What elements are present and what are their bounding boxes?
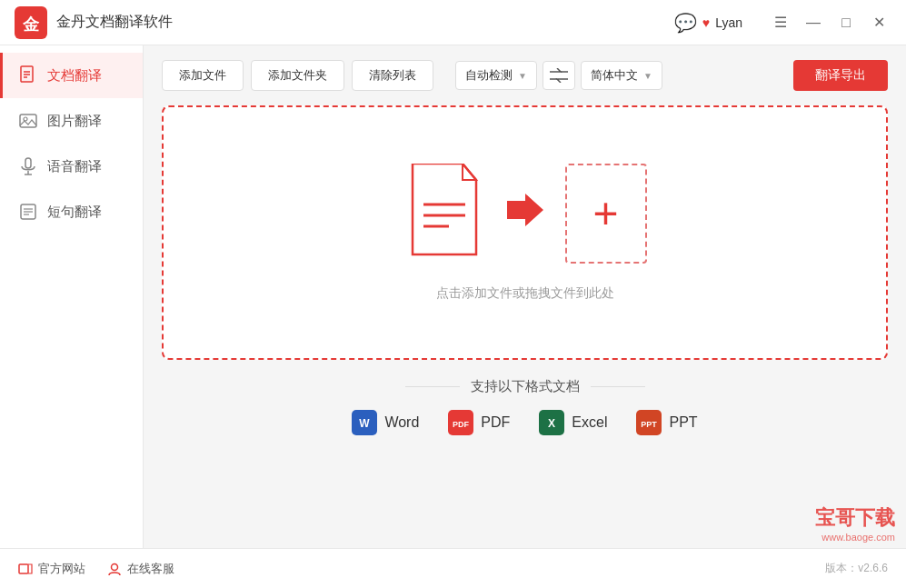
formats-line-right — [591, 386, 645, 387]
username: Lyan — [715, 15, 742, 30]
format-pdf: PDF PDF — [448, 410, 510, 435]
main-layout: 文档翻译 图片翻译 语音翻译 — [0, 45, 906, 548]
plus-box[interactable]: + — [565, 164, 647, 264]
ppt-badge: PPT — [636, 410, 662, 435]
drop-hint: 点击添加文件或拖拽文件到此处 — [436, 285, 614, 302]
sidebar-label-img: 图片翻译 — [47, 113, 102, 130]
sidebar-item-doc[interactable]: 文档翻译 — [0, 53, 143, 98]
sidebar-label-doc: 文档翻译 — [47, 67, 102, 85]
heart-icon: ♥ — [702, 15, 710, 30]
app-title: 金丹文档翻译软件 — [56, 13, 173, 32]
svg-text:PDF: PDF — [453, 420, 469, 429]
formats-line-left — [405, 386, 460, 387]
excel-badge: X — [539, 410, 564, 435]
translate-button[interactable]: 翻译导出 — [793, 60, 888, 91]
svg-text:金: 金 — [22, 15, 40, 34]
svg-text:PPT: PPT — [642, 420, 658, 429]
minimize-button[interactable]: — — [801, 10, 826, 35]
clear-list-button[interactable]: 清除列表 — [352, 60, 433, 91]
window-controls: ☰ — □ ✕ — [768, 10, 891, 35]
sidebar-label-short: 短句翻译 — [47, 204, 102, 221]
svg-marker-23 — [514, 195, 542, 224]
maximize-button[interactable]: □ — [833, 10, 859, 35]
online-service-label: 在线客服 — [127, 561, 174, 577]
img-icon — [18, 111, 38, 131]
official-site-link[interactable]: 官方网站 — [18, 561, 85, 577]
forward-arrow-icon — [507, 194, 543, 234]
drop-zone[interactable]: + 点击添加文件或拖拽文件到此处 — [162, 105, 888, 360]
format-word: W Word — [352, 410, 419, 435]
pdf-badge: PDF — [448, 410, 473, 435]
official-site-icon — [18, 562, 33, 576]
sidebar-item-voice[interactable]: 语音翻译 — [0, 144, 143, 189]
target-lang-label: 简体中文 — [591, 67, 638, 84]
file-icon — [403, 164, 485, 264]
watermark-sub: www.baoge.com — [815, 532, 895, 543]
target-lang-arrow: ▼ — [643, 71, 652, 81]
short-icon — [18, 202, 38, 222]
format-excel: X Excel — [539, 410, 607, 435]
version-text: 版本：v2.6.6 — [825, 561, 888, 576]
svg-text:W: W — [360, 417, 371, 430]
svg-rect-8 — [25, 158, 31, 168]
sidebar-item-img[interactable]: 图片翻译 — [0, 98, 143, 144]
sidebar: 文档翻译 图片翻译 语音翻译 — [0, 45, 144, 548]
wechat-icon: 💬 — [674, 12, 697, 34]
svg-marker-17 — [413, 164, 476, 254]
plus-icon: + — [592, 192, 618, 235]
target-lang-select[interactable]: 简体中文 ▼ — [581, 61, 662, 90]
active-indicator — [0, 53, 3, 98]
content-area: 添加文件 添加文件夹 清除列表 自动检测 ▼ 简体中文 — [144, 45, 906, 548]
add-folder-button[interactable]: 添加文件夹 — [251, 60, 344, 91]
user-info: 💬 ♥ Lyan — [674, 12, 742, 34]
excel-label: Excel — [572, 414, 607, 431]
doc-icon — [18, 65, 38, 85]
title-bar: 金 金丹文档翻译软件 💬 ♥ Lyan ☰ — □ ✕ — [0, 0, 906, 45]
bottom-bar: 官方网站 在线客服 版本：v2.6.6 — [0, 548, 906, 588]
svg-text:X: X — [548, 417, 555, 430]
ppt-label: PPT — [669, 414, 697, 431]
formats-title: 支持以下格式文档 — [471, 378, 580, 395]
formats-icons: W Word PDF PDF — [162, 410, 888, 435]
sidebar-label-voice: 语音翻译 — [47, 158, 102, 175]
source-lang-label: 自动检测 — [465, 67, 513, 84]
pdf-label: PDF — [481, 414, 510, 431]
svg-rect-6 — [20, 115, 36, 127]
online-service-icon — [107, 562, 122, 576]
online-service-link[interactable]: 在线客服 — [107, 561, 174, 577]
source-lang-arrow: ▼ — [518, 71, 527, 81]
official-site-label: 官方网站 — [38, 561, 85, 577]
add-file-button[interactable]: 添加文件 — [162, 60, 244, 91]
menu-button[interactable]: ☰ — [768, 10, 793, 35]
close-button[interactable]: ✕ — [866, 10, 891, 35]
swap-lang-button[interactable] — [543, 61, 575, 90]
title-bar-right: 💬 ♥ Lyan ☰ — □ ✕ — [674, 10, 891, 35]
word-label: Word — [384, 414, 419, 431]
sidebar-item-short[interactable]: 短句翻译 — [0, 189, 143, 234]
drop-zone-icons: + — [403, 164, 647, 264]
app-logo: 金 — [15, 6, 47, 39]
formats-section: 支持以下格式文档 W Word PDF — [162, 378, 888, 435]
svg-point-29 — [112, 563, 118, 570]
toolbar: 添加文件 添加文件夹 清除列表 自动检测 ▼ 简体中文 — [162, 60, 888, 91]
watermark: 宝哥下载 www.baoge.com — [815, 504, 895, 543]
watermark-main: 宝哥下载 — [815, 504, 895, 532]
svg-point-7 — [24, 117, 27, 121]
format-ppt: PPT PPT — [636, 410, 697, 435]
svg-marker-18 — [463, 164, 476, 180]
svg-rect-28 — [19, 564, 28, 573]
word-badge: W — [352, 410, 377, 435]
formats-title-row: 支持以下格式文档 — [162, 378, 888, 395]
voice-icon — [18, 156, 38, 176]
source-lang-select[interactable]: 自动检测 ▼ — [455, 61, 537, 90]
